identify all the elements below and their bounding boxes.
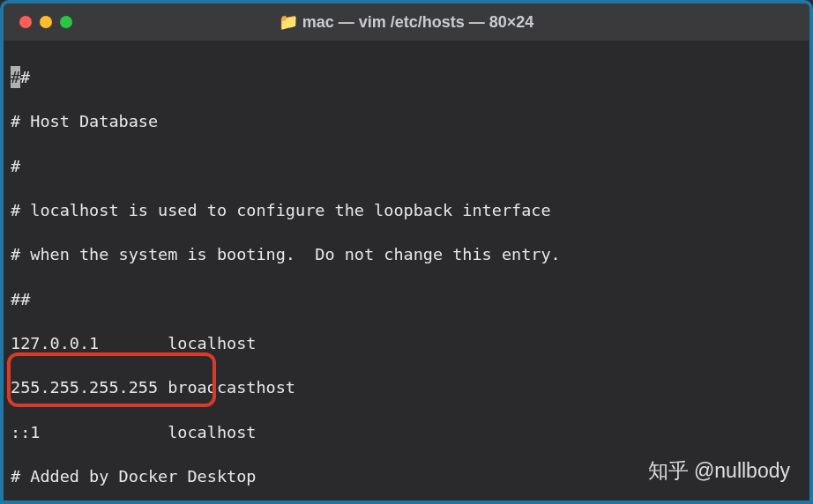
terminal-viewport[interactable]: ## # Host Database # # localhost is used… — [4, 41, 809, 500]
file-line: ## — [11, 288, 802, 310]
zhihu-icon: 知乎 — [648, 457, 689, 485]
file-line: # — [11, 155, 802, 177]
file-line: # localhost is used to configure the loo… — [11, 199, 802, 221]
file-line: 127.0.0.1 localhost — [11, 332, 802, 354]
maximize-window-button[interactable] — [60, 16, 72, 28]
file-line: ## — [11, 66, 802, 88]
file-line: 255.255.255.255 broadcasthost — [11, 376, 802, 398]
window-title: 📁 mac — vim /etc/hosts — 80×24 — [280, 13, 534, 32]
watermark: 知乎 @nullbody — [648, 457, 790, 485]
minimize-window-button[interactable] — [40, 16, 52, 28]
file-line: # Host Database — [11, 110, 802, 132]
close-window-button[interactable] — [19, 16, 32, 28]
folder-icon: 📁 — [280, 13, 297, 31]
watermark-text: @nullbody — [694, 457, 790, 485]
file-line: # when the system is booting. Do not cha… — [11, 243, 802, 265]
window-title-label: mac — vim /etc/hosts — 80×24 — [302, 13, 534, 32]
window-titlebar: 📁 mac — vim /etc/hosts — 80×24 — [4, 4, 809, 41]
file-line: ::1 localhost — [11, 421, 802, 443]
cursor: # — [11, 66, 20, 88]
traffic-lights — [19, 16, 72, 28]
